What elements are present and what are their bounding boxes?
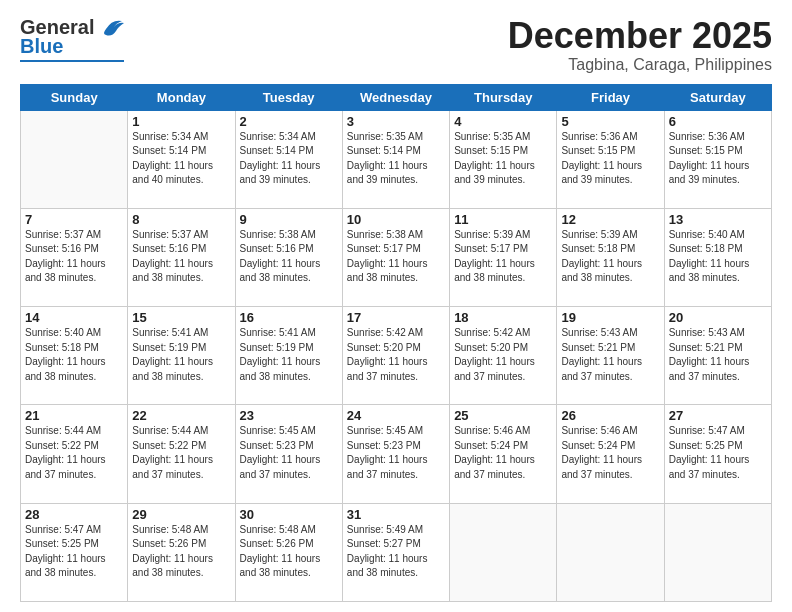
logo-bird-icon xyxy=(96,17,124,39)
day-number: 29 xyxy=(132,507,230,522)
day-info: Sunrise: 5:39 AM Sunset: 5:18 PM Dayligh… xyxy=(561,228,659,286)
table-row: 22Sunrise: 5:44 AM Sunset: 5:22 PM Dayli… xyxy=(128,405,235,503)
calendar-page: General Blue December 2025 Tagbina, Cara… xyxy=(0,0,792,612)
day-number: 2 xyxy=(240,114,338,129)
day-info: Sunrise: 5:37 AM Sunset: 5:16 PM Dayligh… xyxy=(25,228,123,286)
table-row: 23Sunrise: 5:45 AM Sunset: 5:23 PM Dayli… xyxy=(235,405,342,503)
table-row xyxy=(450,503,557,601)
table-row: 24Sunrise: 5:45 AM Sunset: 5:23 PM Dayli… xyxy=(342,405,449,503)
table-row: 15Sunrise: 5:41 AM Sunset: 5:19 PM Dayli… xyxy=(128,307,235,405)
day-info: Sunrise: 5:45 AM Sunset: 5:23 PM Dayligh… xyxy=(347,424,445,482)
day-info: Sunrise: 5:39 AM Sunset: 5:17 PM Dayligh… xyxy=(454,228,552,286)
header-sunday: Sunday xyxy=(21,84,128,110)
header: General Blue December 2025 Tagbina, Cara… xyxy=(20,16,772,74)
table-row: 8Sunrise: 5:37 AM Sunset: 5:16 PM Daylig… xyxy=(128,208,235,306)
table-row: 21Sunrise: 5:44 AM Sunset: 5:22 PM Dayli… xyxy=(21,405,128,503)
day-info: Sunrise: 5:40 AM Sunset: 5:18 PM Dayligh… xyxy=(669,228,767,286)
day-info: Sunrise: 5:35 AM Sunset: 5:15 PM Dayligh… xyxy=(454,130,552,188)
day-number: 23 xyxy=(240,408,338,423)
table-row: 31Sunrise: 5:49 AM Sunset: 5:27 PM Dayli… xyxy=(342,503,449,601)
table-row: 14Sunrise: 5:40 AM Sunset: 5:18 PM Dayli… xyxy=(21,307,128,405)
day-info: Sunrise: 5:48 AM Sunset: 5:26 PM Dayligh… xyxy=(240,523,338,581)
month-title: December 2025 xyxy=(508,16,772,56)
header-wednesday: Wednesday xyxy=(342,84,449,110)
day-number: 16 xyxy=(240,310,338,325)
day-number: 31 xyxy=(347,507,445,522)
day-number: 10 xyxy=(347,212,445,227)
table-row: 19Sunrise: 5:43 AM Sunset: 5:21 PM Dayli… xyxy=(557,307,664,405)
day-info: Sunrise: 5:40 AM Sunset: 5:18 PM Dayligh… xyxy=(25,326,123,384)
day-info: Sunrise: 5:46 AM Sunset: 5:24 PM Dayligh… xyxy=(454,424,552,482)
day-number: 28 xyxy=(25,507,123,522)
weekday-header-row: Sunday Monday Tuesday Wednesday Thursday… xyxy=(21,84,772,110)
day-number: 15 xyxy=(132,310,230,325)
day-info: Sunrise: 5:37 AM Sunset: 5:16 PM Dayligh… xyxy=(132,228,230,286)
table-row: 26Sunrise: 5:46 AM Sunset: 5:24 PM Dayli… xyxy=(557,405,664,503)
day-info: Sunrise: 5:43 AM Sunset: 5:21 PM Dayligh… xyxy=(669,326,767,384)
header-thursday: Thursday xyxy=(450,84,557,110)
day-number: 6 xyxy=(669,114,767,129)
day-number: 13 xyxy=(669,212,767,227)
day-info: Sunrise: 5:41 AM Sunset: 5:19 PM Dayligh… xyxy=(132,326,230,384)
day-number: 9 xyxy=(240,212,338,227)
day-number: 18 xyxy=(454,310,552,325)
calendar-week-row: 14Sunrise: 5:40 AM Sunset: 5:18 PM Dayli… xyxy=(21,307,772,405)
calendar-week-row: 21Sunrise: 5:44 AM Sunset: 5:22 PM Dayli… xyxy=(21,405,772,503)
day-number: 5 xyxy=(561,114,659,129)
table-row: 20Sunrise: 5:43 AM Sunset: 5:21 PM Dayli… xyxy=(664,307,771,405)
calendar-week-row: 7Sunrise: 5:37 AM Sunset: 5:16 PM Daylig… xyxy=(21,208,772,306)
day-number: 3 xyxy=(347,114,445,129)
table-row: 12Sunrise: 5:39 AM Sunset: 5:18 PM Dayli… xyxy=(557,208,664,306)
day-info: Sunrise: 5:36 AM Sunset: 5:15 PM Dayligh… xyxy=(561,130,659,188)
day-number: 20 xyxy=(669,310,767,325)
day-number: 12 xyxy=(561,212,659,227)
header-tuesday: Tuesday xyxy=(235,84,342,110)
day-info: Sunrise: 5:38 AM Sunset: 5:16 PM Dayligh… xyxy=(240,228,338,286)
day-number: 19 xyxy=(561,310,659,325)
title-block: December 2025 Tagbina, Caraga, Philippin… xyxy=(508,16,772,74)
day-number: 25 xyxy=(454,408,552,423)
day-info: Sunrise: 5:45 AM Sunset: 5:23 PM Dayligh… xyxy=(240,424,338,482)
header-monday: Monday xyxy=(128,84,235,110)
day-info: Sunrise: 5:42 AM Sunset: 5:20 PM Dayligh… xyxy=(454,326,552,384)
table-row: 16Sunrise: 5:41 AM Sunset: 5:19 PM Dayli… xyxy=(235,307,342,405)
table-row: 30Sunrise: 5:48 AM Sunset: 5:26 PM Dayli… xyxy=(235,503,342,601)
day-number: 1 xyxy=(132,114,230,129)
table-row: 18Sunrise: 5:42 AM Sunset: 5:20 PM Dayli… xyxy=(450,307,557,405)
table-row: 29Sunrise: 5:48 AM Sunset: 5:26 PM Dayli… xyxy=(128,503,235,601)
day-info: Sunrise: 5:47 AM Sunset: 5:25 PM Dayligh… xyxy=(25,523,123,581)
day-info: Sunrise: 5:34 AM Sunset: 5:14 PM Dayligh… xyxy=(240,130,338,188)
day-number: 8 xyxy=(132,212,230,227)
logo-blue: Blue xyxy=(20,35,63,58)
day-info: Sunrise: 5:47 AM Sunset: 5:25 PM Dayligh… xyxy=(669,424,767,482)
day-info: Sunrise: 5:35 AM Sunset: 5:14 PM Dayligh… xyxy=(347,130,445,188)
day-number: 17 xyxy=(347,310,445,325)
day-number: 27 xyxy=(669,408,767,423)
day-info: Sunrise: 5:38 AM Sunset: 5:17 PM Dayligh… xyxy=(347,228,445,286)
day-info: Sunrise: 5:44 AM Sunset: 5:22 PM Dayligh… xyxy=(25,424,123,482)
table-row: 17Sunrise: 5:42 AM Sunset: 5:20 PM Dayli… xyxy=(342,307,449,405)
calendar-week-row: 28Sunrise: 5:47 AM Sunset: 5:25 PM Dayli… xyxy=(21,503,772,601)
table-row: 27Sunrise: 5:47 AM Sunset: 5:25 PM Dayli… xyxy=(664,405,771,503)
table-row: 28Sunrise: 5:47 AM Sunset: 5:25 PM Dayli… xyxy=(21,503,128,601)
day-number: 11 xyxy=(454,212,552,227)
day-number: 30 xyxy=(240,507,338,522)
day-number: 22 xyxy=(132,408,230,423)
day-number: 14 xyxy=(25,310,123,325)
calendar-table: Sunday Monday Tuesday Wednesday Thursday… xyxy=(20,84,772,602)
table-row xyxy=(21,110,128,208)
table-row: 1Sunrise: 5:34 AM Sunset: 5:14 PM Daylig… xyxy=(128,110,235,208)
logo: General Blue xyxy=(20,16,124,62)
day-info: Sunrise: 5:41 AM Sunset: 5:19 PM Dayligh… xyxy=(240,326,338,384)
day-info: Sunrise: 5:44 AM Sunset: 5:22 PM Dayligh… xyxy=(132,424,230,482)
table-row: 9Sunrise: 5:38 AM Sunset: 5:16 PM Daylig… xyxy=(235,208,342,306)
table-row: 7Sunrise: 5:37 AM Sunset: 5:16 PM Daylig… xyxy=(21,208,128,306)
table-row xyxy=(557,503,664,601)
header-saturday: Saturday xyxy=(664,84,771,110)
table-row: 11Sunrise: 5:39 AM Sunset: 5:17 PM Dayli… xyxy=(450,208,557,306)
day-info: Sunrise: 5:43 AM Sunset: 5:21 PM Dayligh… xyxy=(561,326,659,384)
day-info: Sunrise: 5:49 AM Sunset: 5:27 PM Dayligh… xyxy=(347,523,445,581)
table-row: 2Sunrise: 5:34 AM Sunset: 5:14 PM Daylig… xyxy=(235,110,342,208)
table-row: 6Sunrise: 5:36 AM Sunset: 5:15 PM Daylig… xyxy=(664,110,771,208)
header-friday: Friday xyxy=(557,84,664,110)
